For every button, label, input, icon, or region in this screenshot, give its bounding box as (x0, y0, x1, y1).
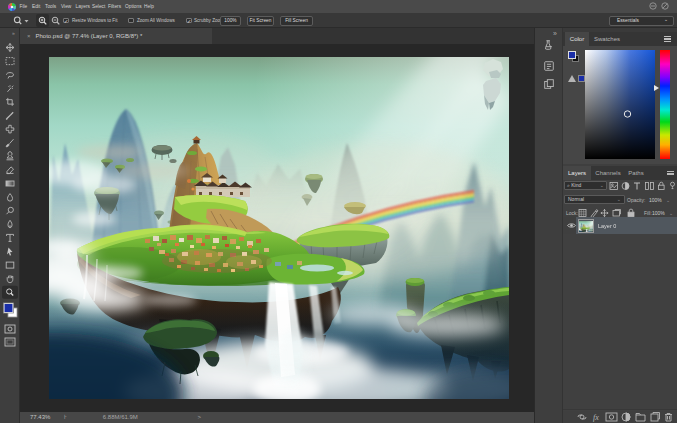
svg-text:»: » (12, 30, 15, 36)
svg-text:fx: fx (593, 413, 599, 422)
